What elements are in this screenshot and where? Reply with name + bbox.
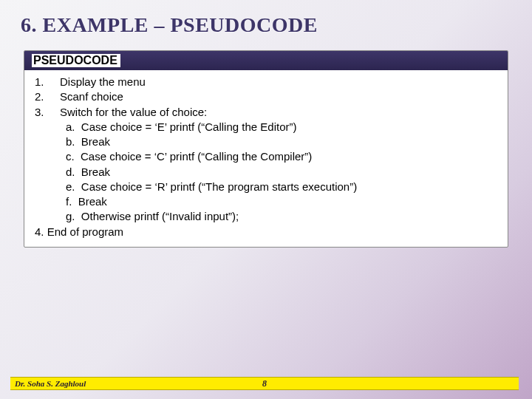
page-number: 8	[262, 378, 267, 389]
panel-header: PSEUDOCODE	[24, 51, 508, 70]
pseudo-subline: b. Break	[35, 134, 497, 149]
pseudo-subline: a. Case choice = ‘E’ printf (“Calling th…	[35, 120, 497, 134]
pseudo-subline: f. Break	[35, 194, 497, 209]
pseudo-line: 4. End of program	[35, 225, 497, 239]
slide: 6. EXAMPLE – PSEUDOCODE PSEUDOCODE 1.Dis…	[0, 0, 532, 399]
pseudo-subline: e. Case choice = ‘R’ printf (“The progra…	[35, 180, 497, 194]
slide-title: 6. EXAMPLE – PSEUDOCODE	[21, 13, 511, 37]
pseudo-line: 2.Scanf choice	[35, 89, 497, 104]
pseudo-subline: c. Case choice = ‘C’ printf (“Calling th…	[35, 149, 497, 164]
pseudo-subline: g. Otherwise printf (“Invalid input”);	[35, 209, 497, 224]
panel-header-text: PSEUDOCODE	[32, 54, 120, 67]
pseudocode-panel: PSEUDOCODE 1.Display the menu 2.Scanf ch…	[24, 50, 508, 248]
pseudo-line: 3.Switch for the value of choice:	[35, 105, 497, 120]
pseudo-subline: d. Break	[35, 165, 497, 180]
pseudo-line: 1.Display the menu	[35, 75, 497, 89]
footer-bar: Dr. Soha S. Zaghloul 8	[10, 377, 519, 390]
author-name: Dr. Soha S. Zaghloul	[10, 379, 86, 388]
panel-body: 1.Display the menu 2.Scanf choice 3.Swit…	[24, 70, 508, 247]
